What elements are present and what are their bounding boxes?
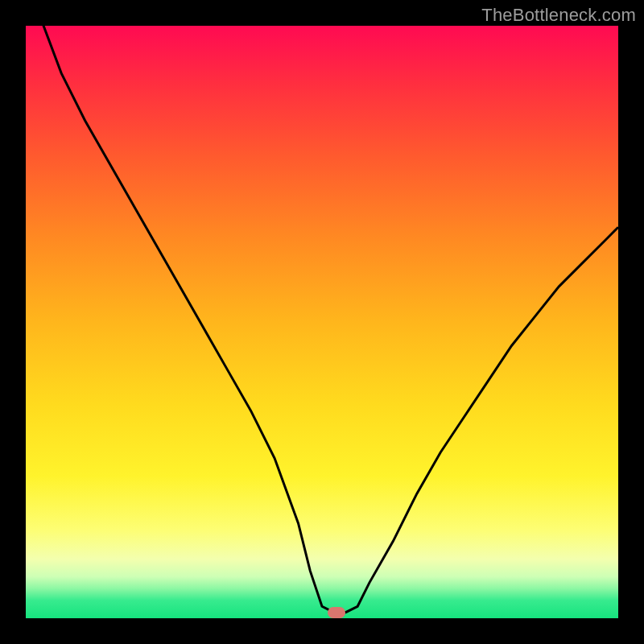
optimal-point-marker bbox=[328, 607, 345, 618]
plot-area bbox=[26, 26, 618, 618]
watermark-text: TheBottleneck.com bbox=[481, 5, 636, 26]
chart-frame: TheBottleneck.com bbox=[0, 0, 644, 644]
curve-path bbox=[26, 26, 618, 613]
bottleneck-curve bbox=[26, 26, 618, 618]
